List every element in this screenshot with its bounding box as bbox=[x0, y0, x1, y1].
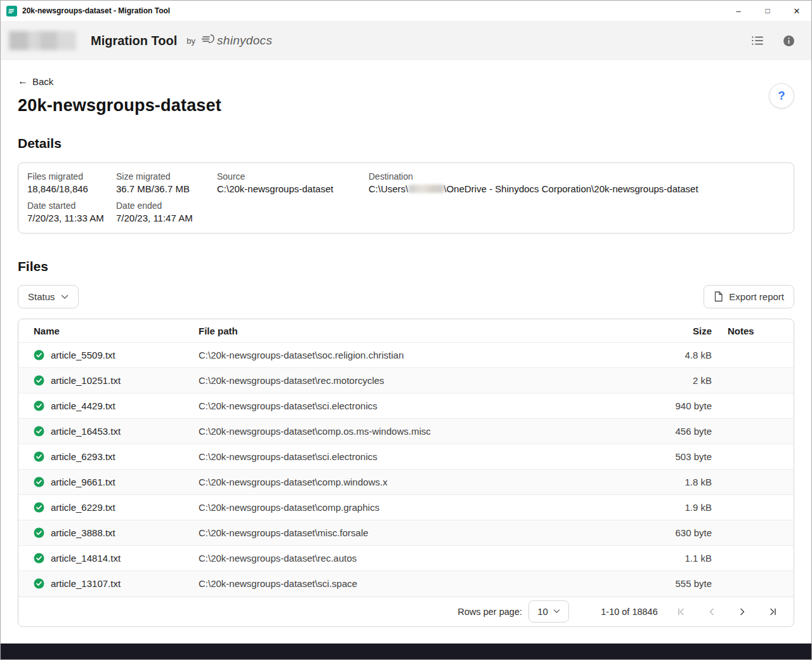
table-row[interactable]: article_16453.txt C:\20k-newsgroups-data… bbox=[18, 419, 794, 444]
back-arrow-icon: ← bbox=[18, 76, 28, 86]
file-notes bbox=[723, 470, 794, 495]
file-notes bbox=[723, 444, 794, 470]
maximize-button[interactable]: □ bbox=[753, 1, 782, 21]
customer-logo-redacted bbox=[9, 31, 76, 50]
status-filter-dropdown[interactable]: Status bbox=[18, 285, 79, 308]
file-notes bbox=[723, 393, 794, 419]
titlebar: 20k-newsgroups-dataset - Migration Tool … bbox=[1, 1, 811, 21]
file-size: 1.9 kB bbox=[640, 495, 723, 520]
date-started-field: Date started 7/20/23, 11:33 AM bbox=[27, 201, 116, 223]
file-notes bbox=[723, 419, 794, 444]
file-name: article_3888.txt bbox=[51, 527, 115, 538]
file-notes bbox=[723, 368, 794, 393]
app-window: 20k-newsgroups-dataset - Migration Tool … bbox=[0, 0, 812, 660]
files-toolbar: Status Export report bbox=[18, 285, 794, 308]
column-header-path[interactable]: File path bbox=[193, 319, 640, 343]
next-page-icon[interactable] bbox=[735, 605, 749, 619]
page-title: 20k-newsgroups-dataset bbox=[18, 96, 794, 116]
file-path: C:\20k-newsgroups-dataset\sci.electronic… bbox=[193, 444, 640, 470]
file-name: article_9661.txt bbox=[51, 477, 115, 487]
file-name: article_13107.txt bbox=[51, 578, 121, 589]
export-report-button[interactable]: Export report bbox=[704, 285, 794, 308]
pagination-bar: Rows per page: 10 1-10 of 18846 bbox=[18, 597, 794, 626]
file-name: article_6293.txt bbox=[51, 451, 115, 462]
file-size: 4.8 kB bbox=[640, 343, 723, 368]
file-path: C:\20k-newsgroups-dataset\rec.motorcycle… bbox=[193, 368, 640, 393]
success-check-icon bbox=[34, 502, 44, 513]
file-name: article_4429.txt bbox=[51, 400, 115, 411]
success-check-icon bbox=[34, 527, 44, 538]
close-button[interactable]: ✕ bbox=[782, 1, 811, 21]
size-migrated-field: Size migrated 36.7 MB/36.7 MB bbox=[116, 171, 217, 194]
file-name: article_10251.txt bbox=[51, 375, 121, 386]
first-page-icon[interactable] bbox=[674, 605, 688, 619]
column-header-size[interactable]: Size bbox=[640, 319, 723, 343]
chevron-down-icon bbox=[553, 609, 560, 614]
table-row[interactable]: article_10251.txt C:\20k-newsgroups-data… bbox=[18, 368, 794, 393]
success-check-icon bbox=[34, 350, 44, 360]
file-size: 2 kB bbox=[640, 368, 723, 393]
file-size: 1.8 kB bbox=[640, 470, 723, 495]
back-label: Back bbox=[32, 76, 53, 87]
by-label: by bbox=[187, 36, 195, 46]
details-card: Files migrated 18,846/18,846 Size migrat… bbox=[18, 162, 794, 234]
rows-per-page-label: Rows per page: bbox=[457, 607, 522, 617]
file-name: article_16453.txt bbox=[51, 426, 121, 437]
success-check-icon bbox=[34, 477, 44, 487]
last-page-icon[interactable] bbox=[766, 605, 780, 619]
files-table-card: Name File path Size Notes article_5509.t… bbox=[18, 319, 794, 627]
table-row[interactable]: article_14814.txt C:\20k-newsgroups-data… bbox=[18, 546, 794, 571]
file-path: C:\20k-newsgroups-dataset\comp.windows.x bbox=[193, 470, 640, 495]
column-header-notes[interactable]: Notes bbox=[723, 319, 794, 343]
table-row[interactable]: article_9661.txt C:\20k-newsgroups-datas… bbox=[18, 470, 794, 495]
date-ended-field: Date ended 7/20/23, 11:47 AM bbox=[116, 201, 217, 223]
file-table-body: article_5509.txt C:\20k-newsgroups-datas… bbox=[18, 343, 794, 597]
table-row[interactable]: article_5509.txt C:\20k-newsgroups-datas… bbox=[18, 343, 794, 368]
file-path: C:\20k-newsgroups-dataset\rec.autos bbox=[193, 546, 640, 571]
shinydocs-logo-icon bbox=[201, 34, 215, 48]
table-row[interactable]: article_4429.txt C:\20k-newsgroups-datas… bbox=[18, 393, 794, 419]
success-check-icon bbox=[34, 451, 44, 462]
shinydocs-wordmark: shinydocs bbox=[217, 34, 272, 48]
file-path: C:\20k-newsgroups-dataset\sci.electronic… bbox=[193, 393, 640, 419]
files-migrated-field: Files migrated 18,846/18,846 bbox=[27, 171, 116, 194]
source-field: Source C:\20k-newsgroups-dataset bbox=[217, 171, 369, 194]
migration-list-icon[interactable] bbox=[751, 35, 764, 46]
file-path: C:\20k-newsgroups-dataset\misc.forsale bbox=[193, 520, 640, 546]
file-size: 630 byte bbox=[640, 520, 723, 546]
previous-page-icon[interactable] bbox=[705, 605, 719, 619]
shinydocs-brand: shinydocs bbox=[201, 34, 272, 48]
file-name: article_6229.txt bbox=[51, 502, 115, 513]
column-header-name[interactable]: Name bbox=[18, 319, 193, 343]
file-size: 503 byte bbox=[640, 444, 723, 470]
file-path: C:\20k-newsgroups-dataset\sci.space bbox=[193, 571, 640, 597]
table-row[interactable]: article_6229.txt C:\20k-newsgroups-datas… bbox=[18, 495, 794, 520]
rows-per-page-select[interactable]: 10 bbox=[528, 600, 569, 623]
file-path: C:\20k-newsgroups-dataset\comp.os.ms-win… bbox=[193, 419, 640, 444]
success-check-icon bbox=[34, 578, 44, 589]
file-path: C:\20k-newsgroups-dataset\comp.graphics bbox=[193, 495, 640, 520]
destination-field: Destination C:\Users\\OneDrive - Shinydo… bbox=[369, 171, 785, 194]
info-icon[interactable] bbox=[783, 35, 795, 47]
files-heading: Files bbox=[18, 259, 794, 274]
minimize-button[interactable]: – bbox=[724, 1, 753, 21]
app-title: Migration Tool bbox=[91, 34, 177, 48]
success-check-icon bbox=[34, 426, 44, 437]
file-name: article_14814.txt bbox=[51, 553, 121, 564]
table-header-row: Name File path Size Notes bbox=[18, 319, 794, 343]
file-notes bbox=[723, 571, 794, 597]
document-icon bbox=[714, 291, 723, 302]
file-notes bbox=[723, 546, 794, 571]
back-link[interactable]: ← Back bbox=[18, 76, 53, 87]
table-row[interactable]: article_6293.txt C:\20k-newsgroups-datas… bbox=[18, 444, 794, 470]
table-row[interactable]: article_3888.txt C:\20k-newsgroups-datas… bbox=[18, 520, 794, 546]
table-row[interactable]: article_13107.txt C:\20k-newsgroups-data… bbox=[18, 571, 794, 597]
file-notes bbox=[723, 520, 794, 546]
pagination-range: 1-10 of 18846 bbox=[594, 607, 664, 617]
help-button[interactable]: ? bbox=[769, 83, 794, 109]
files-table: Name File path Size Notes article_5509.t… bbox=[18, 319, 794, 597]
file-name: article_5509.txt bbox=[51, 350, 115, 360]
file-size: 940 byte bbox=[640, 393, 723, 419]
app-logo-icon bbox=[6, 6, 17, 16]
file-size: 1.1 kB bbox=[640, 546, 723, 571]
